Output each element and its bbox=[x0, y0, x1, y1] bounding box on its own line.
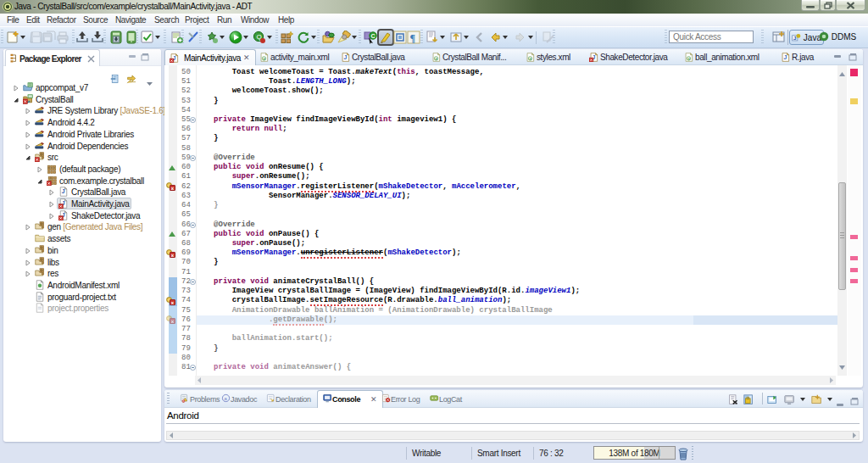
svg-text:a: a bbox=[263, 57, 265, 61]
svg-text:a: a bbox=[224, 396, 227, 402]
svg-text:J: J bbox=[62, 189, 65, 195]
svg-text:J: J bbox=[783, 54, 787, 60]
svg-text:J: J bbox=[343, 54, 347, 60]
svg-text:a: a bbox=[529, 57, 531, 61]
svg-text:¶: ¶ bbox=[410, 32, 415, 44]
svg-text:C: C bbox=[371, 33, 376, 39]
svg-text:a: a bbox=[687, 57, 690, 61]
svg-text:a: a bbox=[435, 57, 437, 61]
svg-text:J: J bbox=[793, 35, 797, 41]
